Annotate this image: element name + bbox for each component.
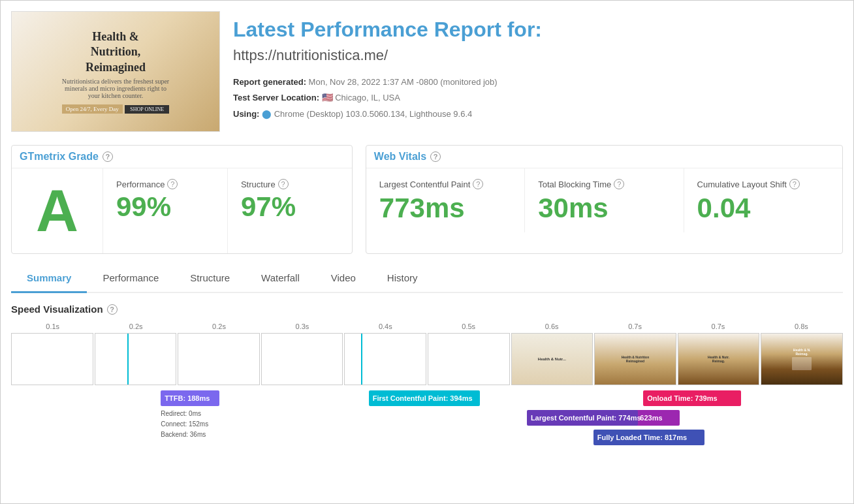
gtmetrix-help-icon[interactable]: ?	[103, 151, 113, 162]
ttfb-vline	[127, 334, 129, 385]
timeline-label-3: 0.3s	[261, 323, 343, 330]
timeline-label-4: 0.4s	[344, 323, 427, 330]
tbt-metric: Total Blocking Time ? 30ms	[525, 168, 684, 232]
structure-metric: Structure ? 97%	[228, 168, 352, 253]
fcp-vline	[361, 334, 362, 385]
fully-loaded-marker: Fully Loaded Time: 817ms	[593, 430, 704, 445]
ttfb-marker: TTFB: 188ms	[161, 390, 219, 406]
cls-value: 0.04	[697, 195, 829, 222]
grade-a-value: A	[36, 181, 78, 240]
onload-marker: Onload Time: 739ms	[643, 390, 741, 406]
gtmetrix-grade-card: GTmetrix Grade ? A Performance ? 99%	[11, 145, 353, 254]
tab-summary[interactable]: Summary	[11, 264, 87, 293]
tbt-value: 30ms	[538, 195, 670, 222]
lcp-value: 773ms	[379, 195, 511, 222]
web-vitals-header: Web Vitals ?	[366, 146, 842, 168]
using-label: Using:	[233, 109, 259, 119]
tbt-label: Total Blocking Time ?	[538, 179, 670, 189]
web-vitals-help-icon[interactable]: ?	[430, 151, 441, 162]
markers-row: TTFB: 188ms Redirect: 0ms Connect: 152ms…	[11, 390, 843, 456]
fcp-marker: First Contentful Paint: 394ms	[369, 390, 480, 406]
timeline-label-7: 0.7s	[593, 323, 676, 330]
timeline-label-9: 0.8s	[760, 323, 843, 330]
header-section: Health &Nutrition,Reimagined Nutritionis…	[11, 11, 843, 132]
tabs-section: Summary Performance Structure Waterfall …	[11, 264, 843, 293]
speed-viz-help-icon[interactable]: ?	[107, 304, 118, 315]
lcp-metric: Largest Contentful Paint ? 773ms	[366, 168, 525, 232]
speed-viz-title: Speed Visualization	[11, 304, 103, 315]
performance-help-icon[interactable]: ?	[167, 179, 178, 189]
report-url: https://nutritionistica.me/	[233, 47, 843, 64]
frame-2	[95, 333, 177, 385]
frame-9: Health & Nutr.Reimag.	[678, 333, 760, 385]
generated-label: Report generated:	[233, 77, 306, 87]
grade-metrics: Performance ? 99% Structure ? 97%	[103, 168, 352, 253]
timeline-frames: Health & Nutr... Health & NutritionReima…	[11, 333, 843, 385]
redirect-metric: Redirect: 0ms	[161, 409, 208, 419]
report-meta: Report generated: Mon, Nov 28, 2022 1:37…	[233, 74, 843, 121]
backend-metric: Backend: 36ms	[161, 430, 208, 440]
grades-section: GTmetrix Grade ? A Performance ? 99%	[11, 145, 843, 254]
frame-10: Health & N.Reimag.	[761, 333, 843, 385]
timeline-label-2: 0.2s	[178, 323, 261, 330]
frame-5	[344, 333, 426, 385]
frame-3	[178, 333, 260, 385]
using-value: Chrome (Desktop) 103.0.5060.134, Lightho…	[274, 109, 473, 119]
performance-value: 99%	[116, 193, 214, 221]
location-value: Chicago, IL, USA	[335, 93, 400, 102]
timeline-label-8: 0.7s	[676, 323, 759, 330]
report-info: Latest Performance Report for: https://n…	[233, 11, 843, 132]
generated-value: Mon, Nov 28, 2022 1:37 AM -0800 (monitor…	[309, 77, 498, 87]
performance-label: Performance ?	[116, 179, 214, 189]
grade-letter: A	[12, 168, 103, 253]
gtmetrix-grade-title: GTmetrix Grade	[20, 151, 99, 163]
frame-6	[428, 333, 510, 385]
web-vitals-card: Web Vitals ? Largest Contentful Paint ? …	[366, 145, 843, 254]
performance-metric: Performance ? 99%	[103, 168, 228, 253]
speed-viz-header: Speed Visualization ?	[11, 304, 843, 315]
sub-metrics: Redirect: 0ms Connect: 152ms Backend: 36…	[161, 409, 208, 440]
grade-content: A Performance ? 99% Structure ?	[12, 168, 352, 253]
tab-waterfall[interactable]: Waterfall	[245, 264, 315, 293]
vitals-content: Largest Contentful Paint ? 773ms Total B…	[366, 168, 842, 232]
tabs-list: Summary Performance Structure Waterfall …	[11, 264, 843, 292]
speed-viz-container: 0.1s 0.2s 0.2s 0.3s 0.4s 0.5s 0.6s 0.7s …	[11, 323, 843, 456]
structure-help-icon[interactable]: ?	[278, 179, 289, 189]
tab-structure[interactable]: Structure	[174, 264, 245, 293]
tab-history[interactable]: History	[372, 264, 434, 293]
timeline-label-0: 0.1s	[11, 323, 94, 330]
page-wrapper: Health &Nutrition,Reimagined Nutritionis…	[0, 0, 854, 504]
connect-metric: Connect: 152ms	[161, 419, 208, 430]
structure-value: 97%	[241, 193, 339, 221]
cls-help-icon[interactable]: ?	[789, 179, 800, 189]
frame-4	[261, 333, 343, 385]
timeline-labels: 0.1s 0.2s 0.2s 0.3s 0.4s 0.5s 0.6s 0.7s …	[11, 323, 843, 330]
cls-metric: Cumulative Layout Shift ? 0.04	[684, 168, 842, 232]
flag-icon: 🇺🇸	[322, 92, 333, 102]
frame-7: Health & Nutr...	[511, 333, 593, 385]
structure-label: Structure ?	[241, 179, 339, 189]
timeline-label-5: 0.5s	[427, 323, 510, 330]
gtmetrix-grade-header: GTmetrix Grade ?	[12, 146, 352, 168]
lcp-help-icon[interactable]: ?	[473, 179, 483, 189]
location-label: Test Server Location:	[233, 93, 319, 102]
tbt-help-icon[interactable]: ?	[614, 179, 624, 189]
tab-video[interactable]: Video	[315, 264, 372, 293]
frames-wrapper: Health & Nutr... Health & NutritionReima…	[11, 333, 843, 385]
timeline-label-6: 0.6s	[510, 323, 593, 330]
report-title: Latest Performance Report for:	[233, 18, 843, 42]
timeline-label-1: 0.2s	[94, 323, 177, 330]
frame-1	[11, 333, 93, 385]
web-vitals-title: Web Vitals	[374, 151, 426, 163]
site-thumbnail: Health &Nutrition,Reimagined Nutritionis…	[11, 11, 220, 132]
frame-8: Health & NutritionReimagined	[594, 333, 676, 385]
lcp-marker: Largest Contentful Paint: 774ms	[527, 410, 638, 426]
lcp-label: Largest Contentful Paint ?	[379, 179, 511, 189]
tab-performance[interactable]: Performance	[87, 264, 174, 293]
cls-label: Cumulative Layout Shift ?	[697, 179, 829, 189]
